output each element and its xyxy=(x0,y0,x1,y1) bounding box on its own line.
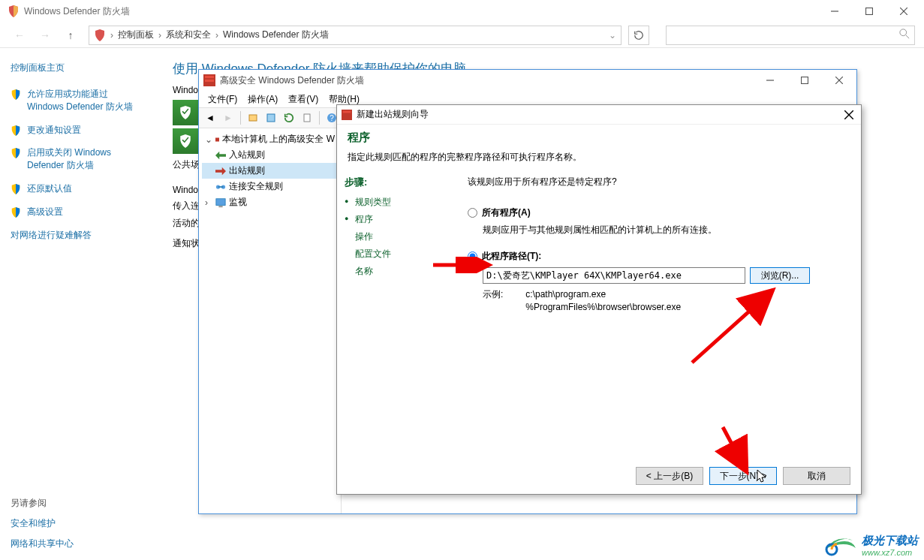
expand-icon[interactable]: › xyxy=(205,197,212,208)
tb-new-icon[interactable] xyxy=(245,110,261,126)
shield-icon xyxy=(8,5,20,17)
shield-icon xyxy=(11,148,21,158)
sidebar-item-label: 允许应用或功能通过 Windows Defender 防火墙 xyxy=(27,88,140,113)
close-button[interactable] xyxy=(822,69,856,92)
maximize-button[interactable] xyxy=(787,69,822,92)
tree-inbound[interactable]: 入站规则 xyxy=(202,147,338,163)
sidebar-security-maint[interactable]: 安全和维护 xyxy=(11,517,140,530)
tree-root[interactable]: ⌄ 本地计算机 上的高级安全 W xyxy=(202,131,338,147)
example-label: 示例: xyxy=(483,288,503,314)
sidebar-item-label: 启用或关闭 Windows Defender 防火墙 xyxy=(27,146,140,172)
tb-fwd[interactable]: ► xyxy=(220,110,236,126)
minimize-button[interactable] xyxy=(753,69,787,92)
cp-titlebar: Windows Defender 防火墙 xyxy=(0,0,924,23)
wiz-header-desc: 指定此规则匹配的程序的完整程序路径和可执行程序名称。 xyxy=(348,151,850,164)
svg-rect-25 xyxy=(343,110,351,113)
collapse-icon[interactable]: ⌄ xyxy=(205,134,212,145)
cancel-button[interactable]: 取消 xyxy=(783,467,850,485)
browse-button[interactable]: 浏览(R)... xyxy=(750,267,810,284)
example-path2: %ProgramFiles%\browser\browser.exe xyxy=(525,302,681,312)
svg-rect-7 xyxy=(205,76,214,78)
menu-view[interactable]: 查看(V) xyxy=(284,92,323,107)
svg-rect-1 xyxy=(866,8,873,15)
search-icon xyxy=(899,29,910,41)
tb-list-icon[interactable] xyxy=(263,110,279,126)
close-button[interactable] xyxy=(886,0,921,23)
next-label: 下一步(N) > xyxy=(720,471,767,481)
example-path1: c:\path\program.exe xyxy=(525,289,606,300)
next-button[interactable]: 下一步(N) > xyxy=(709,467,777,485)
shield-icon xyxy=(11,207,21,218)
svg-text:?: ? xyxy=(330,114,334,122)
sidebar-allow-apps[interactable]: 允许应用或功能通过 Windows Defender 防火墙 xyxy=(11,88,140,113)
sidebar-home[interactable]: 控制面板主页 xyxy=(11,62,140,74)
tree-label: 入站规则 xyxy=(229,149,265,161)
monitor-icon xyxy=(215,197,226,208)
search-input[interactable] xyxy=(666,26,915,45)
shield-icon xyxy=(11,89,21,100)
tb-back[interactable]: ◄ xyxy=(202,110,218,126)
tree-monitor[interactable]: › 监视 xyxy=(202,194,338,210)
sidebar-network-share[interactable]: 网络和共享中心 xyxy=(11,537,140,550)
svg-rect-13 xyxy=(249,115,257,121)
program-path-input[interactable] xyxy=(483,267,745,284)
opt-this-program-path[interactable]: 此程序路径(T): xyxy=(468,250,850,263)
menu-file[interactable]: 文件(F) xyxy=(203,92,242,107)
refresh-button[interactable] xyxy=(628,26,649,45)
wiz-right-pane: 该规则应用于所有程序还是特定程序? 所有程序(A) 规则应用于与其他规则属性相匹… xyxy=(465,171,861,458)
radio-all-programs[interactable] xyxy=(468,208,477,218)
minimize-button[interactable] xyxy=(817,0,852,23)
opt-all-desc: 规则应用于与其他规则属性相匹配的计算机上的所有连接。 xyxy=(483,224,850,236)
sidebar-advanced[interactable]: 高级设置 xyxy=(11,206,140,218)
sidebar-restore[interactable]: 还原默认值 xyxy=(11,182,140,195)
chevron-down-icon[interactable]: ⌄ xyxy=(609,30,616,41)
forward-button[interactable]: → xyxy=(35,26,56,44)
svg-rect-10 xyxy=(802,77,808,84)
opt-all-programs[interactable]: 所有程序(A) xyxy=(468,206,850,219)
sidebar-item-label: 更改通知设置 xyxy=(27,124,81,137)
tb-export-icon[interactable] xyxy=(299,110,315,126)
breadcrumb[interactable]: › 控制面板 › 系统和安全 › Windows Defender 防火墙 ⌄ xyxy=(89,26,622,45)
opt-all-label: 所有程序(A) xyxy=(482,206,531,219)
breadcrumb-sec[interactable]: 系统和安全 xyxy=(166,29,211,41)
fw-titlebar: 高级安全 Windows Defender 防火墙 xyxy=(199,70,856,91)
svg-point-4 xyxy=(900,29,907,36)
tree-outbound[interactable]: 出站规则 xyxy=(202,163,338,179)
svg-rect-8 xyxy=(205,80,214,82)
svg-rect-14 xyxy=(267,114,275,122)
maximize-button[interactable] xyxy=(852,0,886,23)
breadcrumb-fw[interactable]: Windows Defender 防火墙 xyxy=(223,29,329,41)
tb-refresh-icon[interactable] xyxy=(281,110,297,126)
new-outbound-rule-wizard: 新建出站规则向导 程序 指定此规则匹配的程序的完整程序路径和可执行程序名称。 步… xyxy=(336,104,862,495)
sidebar-troubleshoot[interactable]: 对网络进行疑难解答 xyxy=(11,229,140,242)
wizard-question: 该规则应用于所有程序还是特定程序? xyxy=(468,176,850,188)
sidebar-onoff[interactable]: 启用或关闭 Windows Defender 防火墙 xyxy=(11,146,140,172)
check-shield-icon xyxy=(179,106,192,119)
check-shield-icon xyxy=(179,134,192,148)
step-rule-type[interactable]: 规则类型 xyxy=(345,194,457,211)
back-button[interactable]: < 上一步(B) xyxy=(636,467,703,485)
radio-this-path[interactable] xyxy=(468,251,477,261)
sidebar-notify[interactable]: 更改通知设置 xyxy=(11,124,140,137)
example-paths: c:\path\program.exe %ProgramFiles%\brows… xyxy=(525,288,681,314)
tree-connsec[interactable]: 连接安全规则 xyxy=(202,179,338,194)
menu-action[interactable]: 操作(A) xyxy=(243,92,282,107)
step-program[interactable]: 程序 xyxy=(345,211,457,228)
breadcrumb-cp[interactable]: 控制面板 xyxy=(118,29,154,41)
chevron-right-icon: › xyxy=(158,30,161,41)
chevron-right-icon: › xyxy=(110,30,113,41)
sidebar-item-label: 还原默认值 xyxy=(27,182,72,195)
step-profile[interactable]: 配置文件 xyxy=(345,245,457,263)
opt-path-label: 此程序路径(T): xyxy=(482,250,541,263)
back-button[interactable]: ← xyxy=(9,26,30,44)
cp-addressbar: ← → ↑ › 控制面板 › 系统和安全 › Windows Defender … xyxy=(0,23,924,48)
steps-header: 步骤: xyxy=(345,176,457,189)
svg-rect-23 xyxy=(218,206,222,207)
up-button[interactable]: ↑ xyxy=(60,26,81,44)
step-name[interactable]: 名称 xyxy=(345,263,457,280)
shield-icon xyxy=(94,29,106,41)
close-button[interactable] xyxy=(841,107,856,122)
step-action[interactable]: 操作 xyxy=(345,228,457,245)
tree-label: 连接安全规则 xyxy=(229,180,283,193)
sidebar-item-label: 高级设置 xyxy=(27,206,63,218)
